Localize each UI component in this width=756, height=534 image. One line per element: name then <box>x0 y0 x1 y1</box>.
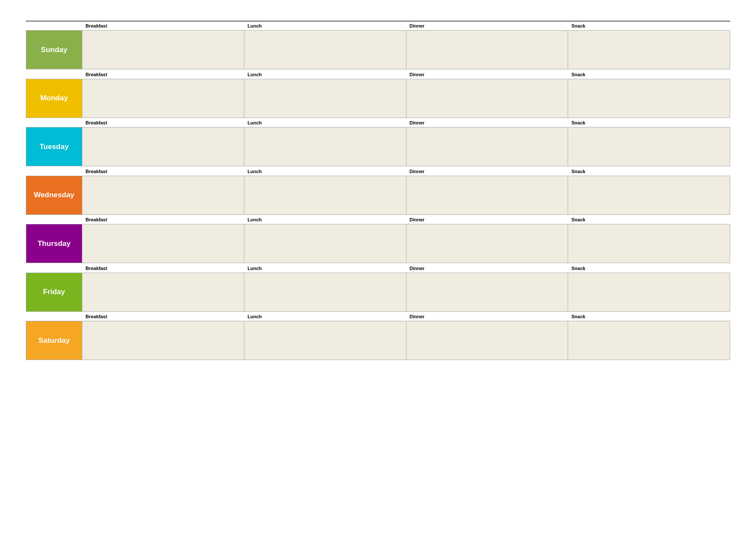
header-dinner: Dinner <box>406 167 568 176</box>
header-snack: Snack <box>568 312 730 321</box>
header-breakfast: Breakfast <box>82 22 244 31</box>
meal-cell-saturday-breakfast[interactable] <box>82 321 244 360</box>
meal-header-row-saturday: BreakfastLunchDinnerSnack <box>26 312 730 321</box>
meal-cell-saturday-dinner[interactable] <box>406 321 568 360</box>
day-cell-saturday: Saturday <box>26 321 82 360</box>
header-snack: Snack <box>568 215 730 224</box>
day-row-wednesday: Wednesday <box>26 176 730 214</box>
meal-cell-thursday-breakfast[interactable] <box>82 224 244 263</box>
meal-cell-wednesday-dinner[interactable] <box>406 176 568 214</box>
meal-cell-thursday-dinner[interactable] <box>406 224 568 263</box>
meal-cell-monday-snack[interactable] <box>568 79 730 118</box>
meal-header-row-tuesday: BreakfastLunchDinnerSnack <box>26 118 730 127</box>
header-day-empty <box>26 215 82 224</box>
header-dinner: Dinner <box>406 118 568 127</box>
meal-header-row-friday: BreakfastLunchDinnerSnack <box>26 264 730 273</box>
day-row-thursday: Thursday <box>26 224 730 263</box>
meal-header-row-sunday: BreakfastLunchDinnerSnack <box>26 22 730 31</box>
header-breakfast: Breakfast <box>82 312 244 321</box>
header-dinner: Dinner <box>406 264 568 273</box>
header-breakfast: Breakfast <box>82 264 244 273</box>
meal-cell-thursday-snack[interactable] <box>568 224 730 263</box>
day-row-sunday: Sunday <box>26 31 730 69</box>
meal-cell-saturday-snack[interactable] <box>568 321 730 360</box>
header-dinner: Dinner <box>406 70 568 79</box>
spacer-row-saturday <box>26 360 730 361</box>
header-lunch: Lunch <box>244 118 406 127</box>
header-breakfast: Breakfast <box>82 215 244 224</box>
meal-cell-monday-breakfast[interactable] <box>82 79 244 118</box>
header-breakfast: Breakfast <box>82 70 244 79</box>
day-row-saturday: Saturday <box>26 321 730 360</box>
meal-cell-friday-dinner[interactable] <box>406 273 568 311</box>
header-lunch: Lunch <box>244 215 406 224</box>
meal-cell-monday-lunch[interactable] <box>244 79 406 118</box>
header-snack: Snack <box>568 22 730 31</box>
day-label-wednesday: Wednesday <box>34 191 74 199</box>
header-breakfast: Breakfast <box>82 167 244 176</box>
meal-cell-monday-dinner[interactable] <box>406 79 568 118</box>
header-day-empty <box>26 312 82 321</box>
day-row-monday: Monday <box>26 79 730 118</box>
day-label-monday: Monday <box>40 94 68 102</box>
day-cell-monday: Monday <box>26 79 82 118</box>
day-label-thursday: Thursday <box>37 239 71 248</box>
meal-cell-friday-lunch[interactable] <box>244 273 406 311</box>
meal-cell-wednesday-breakfast[interactable] <box>82 176 244 214</box>
day-label-tuesday: Tuesday <box>40 143 69 151</box>
meal-cell-friday-snack[interactable] <box>568 273 730 311</box>
meal-cell-tuesday-snack[interactable] <box>568 127 730 166</box>
header-day-empty <box>26 264 82 273</box>
meal-header-row-monday: BreakfastLunchDinnerSnack <box>26 70 730 79</box>
day-label-sunday: Sunday <box>41 46 67 54</box>
header-dinner: Dinner <box>406 215 568 224</box>
meal-cell-tuesday-dinner[interactable] <box>406 127 568 166</box>
header-breakfast: Breakfast <box>82 118 244 127</box>
header-day-empty <box>26 70 82 79</box>
planner-table: BreakfastLunchDinnerSnackSundayBreakfast… <box>26 22 730 361</box>
header-snack: Snack <box>568 70 730 79</box>
meal-header-row-wednesday: BreakfastLunchDinnerSnack <box>26 167 730 176</box>
header-snack: Snack <box>568 167 730 176</box>
meal-cell-friday-breakfast[interactable] <box>82 273 244 311</box>
meal-cell-sunday-snack[interactable] <box>568 31 730 69</box>
day-cell-tuesday: Tuesday <box>26 127 82 166</box>
header-dinner: Dinner <box>406 22 568 31</box>
day-row-friday: Friday <box>26 273 730 311</box>
day-label-saturday: Saturday <box>38 336 70 345</box>
day-label-friday: Friday <box>43 288 65 296</box>
meal-cell-wednesday-snack[interactable] <box>568 176 730 214</box>
header-snack: Snack <box>568 264 730 273</box>
header-lunch: Lunch <box>244 167 406 176</box>
meal-cell-tuesday-lunch[interactable] <box>244 127 406 166</box>
header-lunch: Lunch <box>244 22 406 31</box>
header-lunch: Lunch <box>244 312 406 321</box>
header-lunch: Lunch <box>244 70 406 79</box>
header-lunch: Lunch <box>244 264 406 273</box>
meal-cell-sunday-lunch[interactable] <box>244 31 406 69</box>
day-cell-friday: Friday <box>26 273 82 311</box>
meal-cell-wednesday-lunch[interactable] <box>244 176 406 214</box>
day-cell-sunday: Sunday <box>26 31 82 69</box>
meal-cell-sunday-dinner[interactable] <box>406 31 568 69</box>
meal-cell-tuesday-breakfast[interactable] <box>82 127 244 166</box>
meal-cell-saturday-lunch[interactable] <box>244 321 406 360</box>
header-day-empty <box>26 22 82 31</box>
day-cell-thursday: Thursday <box>26 224 82 263</box>
meal-header-row-thursday: BreakfastLunchDinnerSnack <box>26 215 730 224</box>
header-day-empty <box>26 118 82 127</box>
header-dinner: Dinner <box>406 312 568 321</box>
day-row-tuesday: Tuesday <box>26 127 730 166</box>
meal-cell-sunday-breakfast[interactable] <box>82 31 244 69</box>
header-snack: Snack <box>568 118 730 127</box>
meal-cell-thursday-lunch[interactable] <box>244 224 406 263</box>
header-day-empty <box>26 167 82 176</box>
day-cell-wednesday: Wednesday <box>26 176 82 214</box>
